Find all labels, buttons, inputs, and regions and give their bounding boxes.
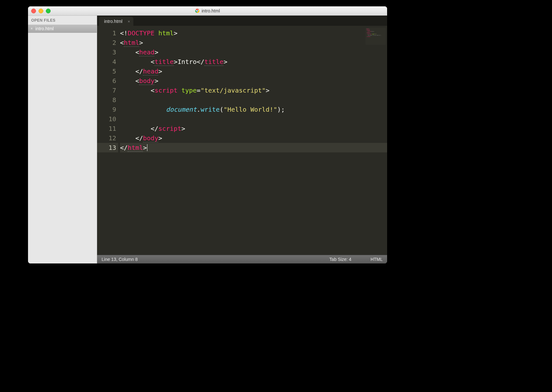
close-file-icon[interactable]: ×: [31, 26, 33, 31]
open-file-name: intro.html: [35, 26, 54, 31]
status-bar: Line 13, Column 8 Tab Size: 4 HTML: [97, 255, 387, 263]
close-tab-icon[interactable]: ×: [128, 19, 130, 24]
cursor-position[interactable]: Line 13, Column 8: [102, 257, 138, 262]
editor-window: intro.html OPEN FILES × intro.html intro…: [28, 6, 387, 263]
titlebar[interactable]: intro.html: [28, 6, 387, 16]
window-title-text: intro.html: [202, 8, 220, 13]
window-title: intro.html: [28, 8, 387, 13]
close-window-button[interactable]: [31, 9, 36, 13]
minimap[interactable]: <html> <head> <title>Intro <body> <scrip…: [365, 28, 386, 45]
sidebar: OPEN FILES × intro.html: [28, 16, 97, 263]
tab-intro-html[interactable]: intro.html ×: [99, 17, 133, 26]
svg-point-0: [195, 9, 200, 13]
traffic-lights: [31, 9, 51, 13]
tab-size-indicator[interactable]: Tab Size: 4: [329, 257, 351, 262]
code-content[interactable]: <!DOCTYPE html><html> <head> <title>Intr…: [120, 26, 387, 255]
code-editor[interactable]: 12345678910111213 <!DOCTYPE html><html> …: [97, 26, 387, 255]
tab-label: intro.html: [104, 19, 123, 24]
zoom-window-button[interactable]: [46, 9, 51, 13]
syntax-indicator[interactable]: HTML: [371, 257, 383, 262]
tab-bar: intro.html ×: [97, 16, 387, 26]
svg-point-1: [197, 10, 198, 12]
chrome-icon: [195, 9, 200, 13]
open-file-item[interactable]: × intro.html: [28, 24, 97, 33]
line-gutter: 12345678910111213: [97, 26, 120, 255]
svg-point-2: [197, 10, 198, 12]
minimize-window-button[interactable]: [39, 9, 43, 13]
open-files-header: OPEN FILES: [28, 16, 97, 24]
